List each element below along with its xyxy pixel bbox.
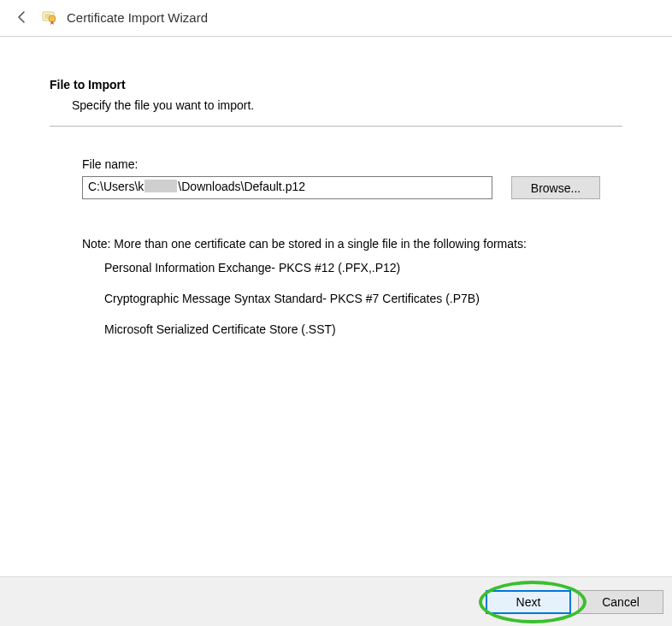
filename-input[interactable]: C:\Users\k\Downloads\Default.p12	[82, 176, 492, 199]
filename-suffix: \Downloads\Default.p12	[178, 180, 305, 193]
note-item: Cryptographic Message Syntax Standard- P…	[104, 292, 622, 305]
wizard-content: File to Import Specify the file you want…	[0, 37, 672, 336]
browse-button[interactable]: Browse...	[511, 176, 600, 199]
section-divider	[50, 126, 622, 127]
note-items: Personal Information Exchange- PKCS #12 …	[104, 261, 622, 336]
wizard-header: Certificate Import Wizard	[0, 0, 672, 37]
certificate-wizard-icon	[41, 9, 58, 26]
back-button[interactable]	[14, 9, 31, 26]
filename-label: File name:	[82, 157, 622, 171]
note-item: Personal Information Exchange- PKCS #12 …	[104, 261, 622, 275]
section-subtitle: Specify the file you want to import.	[72, 98, 622, 112]
section-title: File to Import	[50, 78, 622, 92]
note-item: Microsoft Serialized Certificate Store (…	[104, 322, 622, 336]
wizard-footer: Next Cancel	[0, 576, 672, 626]
next-button[interactable]: Next	[486, 590, 571, 614]
note-intro: Note: More than one certificate can be s…	[82, 237, 622, 251]
filename-prefix: C:\Users\k	[88, 180, 144, 193]
cancel-button[interactable]: Cancel	[578, 590, 663, 614]
form-area: File name: C:\Users\k\Downloads\Default.…	[82, 157, 622, 336]
redacted-segment	[144, 180, 177, 192]
wizard-title: Certificate Import Wizard	[67, 10, 208, 25]
